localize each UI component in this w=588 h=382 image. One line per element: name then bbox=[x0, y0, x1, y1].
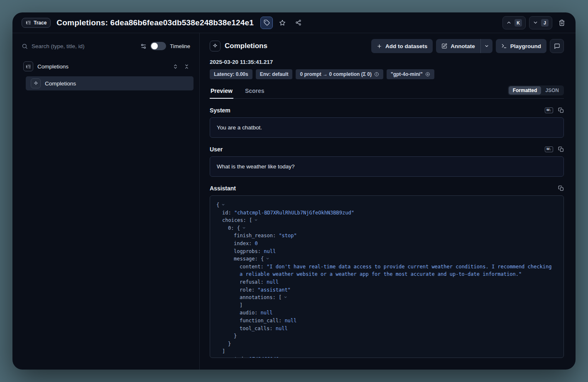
trace-badge-label: Trace bbox=[34, 20, 47, 26]
prev-run-button[interactable]: K bbox=[502, 16, 526, 29]
code-line: refusal: null bbox=[216, 278, 554, 286]
collapse-chevron-icon[interactable] bbox=[254, 217, 258, 224]
code-token: 0 bbox=[255, 241, 258, 246]
star-button[interactable] bbox=[276, 17, 289, 29]
plus-icon bbox=[377, 44, 382, 49]
page-title: Completions: 6dea86b6feae03db538e248b38e… bbox=[56, 18, 254, 27]
collapse-chevron-icon[interactable] bbox=[284, 294, 287, 302]
model-badge[interactable]: "gpt-4o-mini" bbox=[387, 69, 434, 79]
code-token: ] bbox=[240, 302, 243, 308]
timeline-toggle[interactable] bbox=[150, 42, 166, 50]
collapse-all-icon[interactable] bbox=[184, 64, 189, 69]
code-token: index: bbox=[234, 241, 255, 246]
pencil-square-icon bbox=[441, 43, 447, 49]
star-icon bbox=[279, 19, 286, 26]
trace-badge[interactable]: Trace bbox=[22, 18, 51, 28]
format-option-formatted[interactable]: Formatted bbox=[509, 86, 541, 95]
run-actions: Add to datasets Annotate bbox=[371, 39, 564, 53]
user-message-box: What is the weather like today? bbox=[210, 156, 564, 177]
share-button[interactable] bbox=[292, 17, 304, 29]
user-section-icons: M↓ bbox=[545, 146, 564, 152]
code-token: { bbox=[216, 202, 219, 208]
tag-button[interactable] bbox=[260, 17, 273, 29]
completions-node-icon bbox=[31, 78, 41, 88]
trace-tree-icon bbox=[26, 20, 31, 25]
run-header: Completions Add to datasets A bbox=[210, 39, 564, 53]
code-token: annotations: bbox=[240, 294, 279, 300]
tab-scores[interactable]: Scores bbox=[244, 85, 265, 99]
code-token: "assistant" bbox=[257, 287, 290, 293]
collapse-chevron-icon[interactable] bbox=[266, 255, 270, 263]
format-option-json[interactable]: JSON bbox=[541, 86, 563, 95]
trash-icon bbox=[559, 19, 565, 26]
code-line: 0: { bbox=[216, 224, 554, 232]
delete-button[interactable] bbox=[556, 17, 568, 29]
code-line: audio: null bbox=[216, 309, 554, 317]
app-body: Timeline Completions bbox=[12, 33, 576, 370]
code-token: { bbox=[237, 225, 240, 231]
assistant-section-title: Assistant bbox=[210, 185, 236, 192]
share-icon bbox=[295, 19, 301, 26]
code-token: { bbox=[261, 256, 264, 262]
code-line: finish_reason: "stop" bbox=[216, 232, 554, 240]
completions-run-icon bbox=[210, 41, 220, 51]
collapse-chevron-icon[interactable] bbox=[221, 201, 225, 209]
code-line: tool_calls: null bbox=[216, 325, 554, 333]
code-token: id: bbox=[222, 210, 234, 216]
assistant-section-icons bbox=[558, 185, 564, 191]
format-toggle: Formatted JSON bbox=[508, 85, 564, 95]
code-line: } bbox=[216, 332, 554, 340]
assistant-json-tree: {id: "chatcmpl-BD7XRulRhULb7NjGfeOkhN3BB… bbox=[210, 195, 564, 358]
code-line: ] bbox=[216, 302, 554, 309]
code-token: created: bbox=[222, 356, 249, 358]
code-token: "stop" bbox=[279, 233, 296, 238]
next-run-button[interactable]: J bbox=[529, 16, 552, 29]
code-token: null bbox=[261, 310, 273, 316]
latency-badge: Latency: 0.00s bbox=[210, 69, 252, 79]
copy-icon[interactable] bbox=[558, 107, 564, 113]
code-token: content: bbox=[240, 264, 267, 270]
code-token: } bbox=[228, 341, 231, 347]
run-badges: Latency: 0.00s Env: default 0 prompt → 0… bbox=[210, 69, 564, 79]
code-token: audio: bbox=[240, 310, 261, 316]
add-to-datasets-button[interactable]: Add to datasets bbox=[371, 39, 433, 53]
code-token: [ bbox=[249, 217, 252, 223]
tab-preview[interactable]: Preview bbox=[210, 85, 233, 99]
display-settings-icon[interactable] bbox=[140, 43, 147, 49]
playground-button[interactable]: Playground bbox=[496, 39, 546, 53]
code-line: created: 1742468141 bbox=[216, 355, 554, 358]
copy-icon[interactable] bbox=[558, 146, 564, 152]
code-line: id: "chatcmpl-BD7XRulRhULb7NjGfeOkhN3BB9… bbox=[216, 209, 554, 217]
system-section-header: System M↓ bbox=[210, 107, 564, 114]
copy-icon[interactable] bbox=[558, 185, 564, 191]
app-window: Trace Completions: 6dea86b6feae03db538e2… bbox=[12, 12, 576, 370]
code-token: null bbox=[284, 318, 296, 324]
search-input[interactable] bbox=[32, 43, 137, 49]
code-token: 1742468141 bbox=[249, 356, 279, 358]
code-token: role: bbox=[240, 287, 257, 293]
annotate-dropdown-caret[interactable] bbox=[481, 39, 492, 53]
assistant-section-header: Assistant bbox=[210, 185, 564, 192]
shortcut-key-k: K bbox=[514, 19, 522, 27]
markdown-icon[interactable]: M↓ bbox=[545, 146, 553, 152]
trace-sidebar: Timeline Completions bbox=[12, 33, 200, 370]
code-token: ] bbox=[222, 348, 225, 354]
code-token: function_call: bbox=[240, 318, 284, 324]
terminal-icon bbox=[501, 43, 507, 49]
code-token: choices: bbox=[222, 217, 249, 223]
trace-header: Trace Completions: 6dea86b6feae03db538e2… bbox=[12, 12, 576, 33]
expand-all-icon[interactable] bbox=[173, 64, 178, 69]
tree-row-completions[interactable]: Completions bbox=[26, 76, 194, 90]
run-timestamp: 2025-03-20 11:35:41.217 bbox=[210, 59, 564, 65]
code-token: 0: bbox=[228, 225, 237, 231]
code-token: null bbox=[267, 279, 279, 285]
code-token: logprobs: bbox=[234, 248, 264, 254]
user-section-header: User M↓ bbox=[210, 146, 564, 153]
feedback-chat-button[interactable] bbox=[550, 39, 564, 53]
markdown-icon[interactable]: M↓ bbox=[545, 107, 553, 113]
tree-row-root[interactable]: Completions bbox=[18, 59, 194, 74]
tokens-badge[interactable]: 0 prompt → 0 completion (Σ 0) bbox=[296, 69, 383, 79]
chevron-down-icon bbox=[533, 20, 538, 25]
collapse-chevron-icon[interactable] bbox=[242, 224, 246, 232]
annotate-button[interactable]: Annotate bbox=[436, 39, 480, 53]
